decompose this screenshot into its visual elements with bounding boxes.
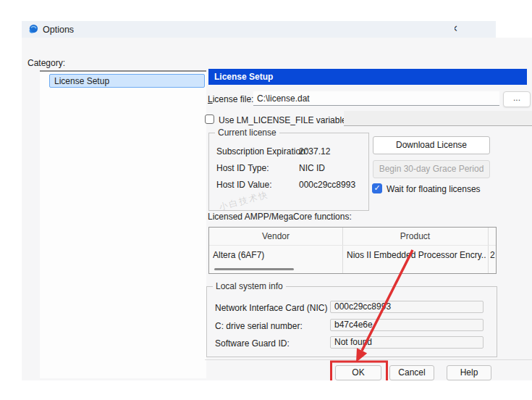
column-separator (488, 228, 489, 273)
window-title: Options (43, 25, 74, 35)
close-icon[interactable]: ✕ (455, 23, 461, 35)
nic-id-label: Network Interface Card (NIC) ID: (215, 303, 341, 313)
functions-table-label: Licensed AMPP/MegaCore functions: (208, 212, 352, 222)
horizontal-scrollbar[interactable] (214, 268, 294, 270)
grace-period-button: Begin 30-day Grace Period (373, 160, 490, 178)
lm-license-label: Use LM_LICENSE_FILE variable: (219, 115, 349, 125)
title-bar: Options (22, 21, 496, 38)
panel-header: License Setup (208, 69, 527, 85)
host-id-type-label: Host ID Type: (216, 163, 269, 173)
software-guard-value: Not found (330, 336, 484, 349)
browse-button[interactable]: ... (503, 91, 531, 107)
cell-vendor: Altera (6AF7) (213, 250, 339, 260)
options-dialog: Options ✕ Category: License Setup Licens… (22, 21, 532, 380)
column-header-vendor: Vendor (209, 231, 342, 241)
current-license-group: Current license Subscription Expiration:… (208, 133, 369, 211)
wait-floating-checkbox[interactable]: ✓ (372, 183, 382, 193)
lm-license-checkbox[interactable] (205, 114, 214, 124)
table-header-line (209, 245, 496, 246)
wait-floating-label: Wait for floating licenses (387, 184, 481, 194)
footer-separator (205, 359, 532, 360)
software-guard-label: Software Guard ID: (215, 338, 290, 349)
local-system-info-group: Local system info Network Interface Card… (206, 286, 497, 357)
cell-extra: 2 (490, 250, 497, 260)
column-header-product: Product (342, 231, 488, 241)
category-item-license-setup[interactable]: License Setup (49, 74, 205, 88)
subscription-expiration-label: Subscription Expiration: (216, 146, 308, 157)
drive-serial-label: C: drive serial number: (215, 321, 303, 331)
category-list: License Setup (40, 70, 206, 378)
license-file-input[interactable] (253, 91, 499, 106)
local-system-info-title: Local system info (213, 281, 286, 291)
host-id-value-label: Host ID Value: (216, 180, 271, 190)
functions-table: Vendor Product Altera (6AF7) Nios II Emb… (208, 227, 497, 274)
license-file-label: License file: (208, 94, 253, 104)
download-license-button[interactable]: Download License (373, 136, 490, 154)
nic-id-value: 000c29cc8993 (330, 301, 484, 313)
help-button[interactable]: Help (447, 365, 491, 380)
host-id-type-value: NIC ID (299, 163, 325, 173)
cell-product: Nios II Embedded Processor Encry... (347, 250, 486, 260)
lm-license-input (344, 111, 532, 126)
drive-serial-value: b47c4e6e (330, 319, 484, 331)
app-logo-icon (28, 24, 38, 35)
ok-button[interactable]: OK (335, 365, 381, 380)
host-id-value-value: 000c29cc8993 (299, 180, 355, 190)
category-label: Category: (28, 58, 65, 68)
category-item-label: License Setup (54, 76, 109, 86)
current-license-title: Current license (215, 128, 279, 138)
cancel-button[interactable]: Cancel (389, 365, 434, 380)
subscription-expiration-value: 2037.12 (299, 146, 330, 157)
